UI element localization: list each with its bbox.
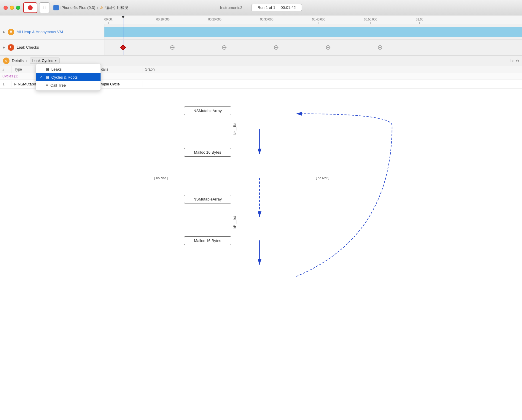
tracks-area: ▶ H All Heap & Anonymous VM ▶ L Leak Che… xyxy=(0,24,522,55)
th-graph: Graph xyxy=(142,66,522,73)
run-info: Run 1 of 1 00:01:42 xyxy=(251,4,302,11)
run-label: Run 1 of 1 xyxy=(257,5,275,10)
record-button[interactable] xyxy=(23,2,37,13)
dropdown-trigger-label: Leak Cycles xyxy=(32,58,53,63)
ruler-label-4: 00:40.000 xyxy=(312,18,325,21)
leaks-icon: L xyxy=(8,44,14,51)
dropdown-label-leaks: Leaks xyxy=(51,67,62,71)
track-header-heap: ▶ H All Heap & Anonymous VM xyxy=(0,24,104,39)
device-info: iPhone 6s Plus (9.3) › ⚠ 循环引用检测 xyxy=(53,5,128,10)
playhead xyxy=(123,15,123,24)
run-time: 00:01:42 xyxy=(281,5,296,10)
edge-label-2: [ no ivar ] xyxy=(154,176,168,180)
details-label: Details xyxy=(12,58,24,63)
ruler-label-5: 00:50.000 xyxy=(364,18,377,21)
edge-label-3: id* __list xyxy=(233,216,236,229)
leak-arrow-4: ⊖ xyxy=(325,44,331,51)
track-content-heap xyxy=(104,24,522,39)
close-button[interactable] xyxy=(4,6,8,10)
row-disclosure-triangle[interactable]: ▶ xyxy=(14,82,17,86)
window-title: Instruments2 xyxy=(220,5,242,10)
th-details: Details xyxy=(95,66,142,73)
ruler-label-1: 00:10.000 xyxy=(156,18,170,21)
device-name: iPhone 6s Plus (9.3) xyxy=(61,5,95,10)
node-3-nsmutablearray: NSMutableArray xyxy=(184,195,231,203)
title-center: Instruments2 Run 1 of 1 00:01:42 xyxy=(220,4,302,11)
ruler-tick-0: 00:00. xyxy=(104,18,113,24)
leak-arrow-5: ⊖ xyxy=(377,44,383,51)
dropdown-item-call-tree[interactable]: ≡ Call Tree xyxy=(36,81,101,89)
leak-arrow-3: ⊖ xyxy=(273,44,279,51)
cycles-header-label: Cycles (1) xyxy=(2,74,18,78)
record-dot-icon xyxy=(28,5,33,10)
dropdown-item-leaks[interactable]: ⊞ Leaks xyxy=(36,65,101,73)
track-name-leaks: Leak Checks xyxy=(17,45,39,50)
node-4-malloc16: Malloc 16 Bytes xyxy=(184,236,231,245)
edge-label-4: [ no ivar ] xyxy=(316,176,329,180)
track-expand-leaks[interactable]: ▶ xyxy=(3,46,5,49)
td-graph-1 xyxy=(142,84,522,85)
leaks-menu-icon: ⊞ xyxy=(46,67,49,71)
ruler-tick-2: 00:20.000 xyxy=(208,18,222,24)
graph-area: NSMutableArray Malloc 16 Bytes NSMutable… xyxy=(0,89,522,420)
ruler-label-0: 00:00. xyxy=(104,18,113,21)
track-heap: ▶ H All Heap & Anonymous VM xyxy=(0,24,522,40)
pause-icon: ⏸ xyxy=(42,5,47,10)
check-leaks xyxy=(39,67,44,71)
ruler-label-3: 00:30.000 xyxy=(260,18,273,21)
node-2-malloc16: Malloc 16 Bytes xyxy=(184,148,231,157)
breadcrumb-chevron: › xyxy=(97,6,98,9)
ruler-tick-3: 00:30.000 xyxy=(260,18,273,24)
title-bar: ⏸ iPhone 6s Plus (9.3) › ⚠ 循环引用检测 Instru… xyxy=(0,0,522,15)
traffic-lights xyxy=(4,6,20,10)
edge-label-1: id* __list xyxy=(233,123,236,135)
app-name: 循环引用检测 xyxy=(105,5,128,10)
leak-arrow-1: ⊖ xyxy=(170,44,175,51)
leak-diamond-0 xyxy=(120,44,126,50)
ruler-tick-1: 00:10.000 xyxy=(156,18,170,24)
minimize-button[interactable] xyxy=(10,6,14,10)
timeline-ruler: 00:00. 00:10.000 00:20.000 00:30.000 00:… xyxy=(0,15,522,24)
track-name-heap: All Heap & Anonymous VM xyxy=(17,30,63,34)
nav-chevron-1: › xyxy=(26,59,27,63)
check-calltree xyxy=(39,83,44,88)
ruler-label-6: 01:00 xyxy=(416,18,423,21)
ruler-label-2: 00:20.000 xyxy=(208,18,222,21)
pause-button[interactable]: ⏸ xyxy=(39,2,50,13)
dropdown-label-cycles: Cycles & Roots xyxy=(51,75,78,79)
ins-label: Ins xyxy=(510,59,514,63)
dropdown-menu: ⊞ Leaks ✓ ⊞ Cycles & Roots ≡ Call Tree xyxy=(36,64,101,91)
ruler-tick-4: 00:40.000 xyxy=(312,18,325,24)
track-content-leaks: ⊖ ⊖ ⊖ ⊖ ⊖ xyxy=(104,40,522,55)
calltree-menu-icon: ≡ xyxy=(46,83,48,88)
check-cycles: ✓ xyxy=(39,75,44,79)
th-hash: # xyxy=(0,66,12,73)
heap-bar xyxy=(104,27,522,37)
ruler-tick-6: 01:00 xyxy=(416,18,423,24)
nav-bar: ⊙ Details › Leak Cycles ▼ ⊞ Leaks ✓ ⊞ Cy xyxy=(0,55,522,66)
playhead-line-heap xyxy=(123,24,123,39)
ruler-tick-5: 00:50.000 xyxy=(364,18,377,24)
main-layout: ⏸ iPhone 6s Plus (9.3) › ⚠ 循环引用检测 Instru… xyxy=(0,0,522,420)
track-leaks: ▶ L Leak Checks ⊖ ⊖ ⊖ ⊖ ⊖ xyxy=(0,40,522,55)
maximize-button[interactable] xyxy=(16,6,20,10)
nav-right: Ins ⊙ xyxy=(510,59,519,63)
dropdown-item-cycles-roots[interactable]: ✓ ⊞ Cycles & Roots xyxy=(36,73,101,81)
td-details-1: Simple Cycle xyxy=(95,81,142,87)
chevron-down-icon: ▼ xyxy=(55,59,57,62)
heap-icon: H xyxy=(8,29,14,35)
track-expand-heap[interactable]: ▶ xyxy=(3,30,5,34)
device-icon xyxy=(53,5,59,10)
graph-svg xyxy=(0,89,522,420)
cycles-menu-icon: ⊞ xyxy=(46,75,49,79)
playhead-triangle xyxy=(122,16,125,18)
node-1-nsmutablearray: NSMutableArray xyxy=(184,106,231,115)
leak-arrow-2: ⊖ xyxy=(222,44,227,51)
ins-icon: ⊙ xyxy=(516,59,519,63)
dropdown-trigger[interactable]: Leak Cycles ▼ xyxy=(30,58,60,64)
details-icon: ⊙ xyxy=(3,58,9,64)
bottom-panel: ⊙ Details › Leak Cycles ▼ ⊞ Leaks ✓ ⊞ Cy xyxy=(0,55,522,420)
dropdown-label-calltree: Call Tree xyxy=(50,83,66,88)
warning-icon: ⚠ xyxy=(100,5,104,10)
track-header-leaks: ▶ L Leak Checks xyxy=(0,40,104,55)
